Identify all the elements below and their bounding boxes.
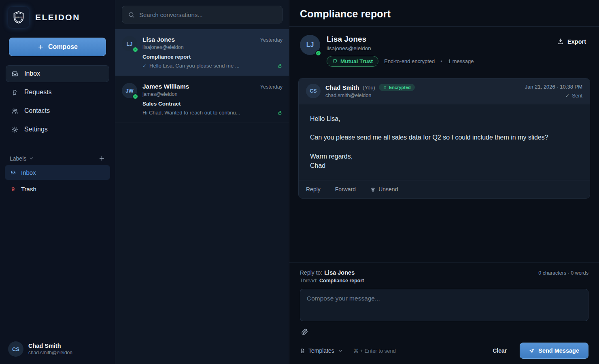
thread-line: Thread:Compliance report bbox=[300, 278, 364, 284]
avatar-initials: LJ bbox=[126, 41, 132, 47]
reply-to-line: Reply to:Lisa Jones bbox=[300, 269, 364, 276]
search-bar[interactable] bbox=[122, 6, 283, 23]
inbox-icon bbox=[11, 170, 16, 175]
labels-toggle[interactable]: Labels bbox=[10, 155, 34, 162]
send-message-button[interactable]: Send Message bbox=[520, 343, 588, 359]
export-button[interactable]: Export bbox=[554, 35, 588, 48]
clear-button[interactable]: Clear bbox=[486, 343, 513, 358]
conversation-item-james-williams[interactable]: JW ✓ James Williams Yesterday james@elei… bbox=[115, 76, 289, 123]
templates-button-label: Templates bbox=[308, 347, 334, 354]
reply-button[interactable]: Reply bbox=[306, 186, 321, 193]
conversation-preview: Hello Lisa, Can you please send me ... bbox=[149, 63, 274, 69]
attach-button[interactable] bbox=[300, 327, 309, 336]
conversation-item-lisa-jones[interactable]: LJ ✓ Lisa Jones Yesterday lisajones@elei… bbox=[115, 29, 289, 76]
thread-contact-header: LJ ✓ Lisa Jones lisajones@eleidon Mutual… bbox=[289, 27, 599, 72]
forward-button-label: Forward bbox=[335, 186, 356, 193]
plus-icon bbox=[37, 44, 44, 51]
templates-button[interactable]: Templates bbox=[300, 347, 343, 354]
verified-badge-icon: ✓ bbox=[132, 47, 138, 53]
label-item-trash[interactable]: Trash bbox=[5, 182, 110, 197]
sent-status-label: Sent bbox=[572, 93, 582, 99]
lock-icon bbox=[383, 85, 387, 89]
current-user-name: Chad Smith bbox=[28, 343, 72, 349]
lock-icon bbox=[277, 110, 283, 115]
label-item-text: Trash bbox=[21, 186, 36, 193]
read-check-icon: ✓ bbox=[142, 63, 147, 69]
sent-check-icon: ✓ bbox=[565, 93, 569, 99]
gear-icon bbox=[11, 126, 18, 133]
avatar: CS bbox=[8, 341, 23, 357]
encrypted-badge-label: Encrypted bbox=[389, 85, 411, 90]
avatar: LJ ✓ bbox=[122, 36, 137, 51]
sidebar-item-inbox[interactable]: Inbox bbox=[6, 65, 109, 82]
conversation-list: LJ ✓ Lisa Jones Yesterday lisajones@elei… bbox=[115, 0, 289, 364]
thread-header: Compliance report bbox=[289, 0, 599, 27]
search-input[interactable] bbox=[139, 11, 276, 18]
sender-email: chad.smith@eleidon bbox=[325, 93, 415, 98]
conversation-name: James Williams bbox=[142, 83, 189, 90]
message-count: 1 message bbox=[448, 58, 474, 64]
reply-composer: Reply to:Lisa Jones Thread:Compliance re… bbox=[289, 262, 599, 364]
brand-name: ELEIDON bbox=[35, 13, 80, 22]
avatar-initials: CS bbox=[310, 88, 316, 94]
contact-email: lisajones@eleidon bbox=[327, 45, 548, 51]
thread-name-value: Compliance report bbox=[319, 278, 364, 284]
avatar-initials: JW bbox=[125, 88, 134, 94]
chevron-down-icon bbox=[338, 348, 343, 353]
trash-icon bbox=[370, 187, 376, 192]
contact-name: Lisa Jones bbox=[327, 35, 548, 44]
sidebar-item-contacts[interactable]: Contacts bbox=[6, 102, 109, 119]
avatar-initials: CS bbox=[12, 346, 19, 352]
composer-toolbar: Templates ⌘ + Enter to send Clear Send M… bbox=[300, 343, 588, 359]
contacts-icon bbox=[11, 108, 18, 114]
clear-button-label: Clear bbox=[493, 347, 507, 354]
sender-name: Chad Smith bbox=[325, 84, 359, 91]
sidebar-item-label: Requests bbox=[24, 89, 52, 96]
labels-title-label: Labels bbox=[10, 155, 26, 162]
add-label-button[interactable] bbox=[98, 155, 105, 162]
unsend-button-label: Unsend bbox=[378, 186, 398, 193]
compose-button-label: Compose bbox=[48, 43, 78, 51]
verified-badge-icon: ✓ bbox=[315, 50, 321, 56]
shield-icon bbox=[332, 59, 338, 64]
sidebar-spacer bbox=[0, 197, 115, 334]
send-message-label: Send Message bbox=[538, 347, 579, 354]
thread-panel: Compliance report LJ ✓ Lisa Jones lisajo… bbox=[289, 0, 599, 364]
send-shortcut-hint: ⌘ + Enter to send bbox=[353, 348, 396, 354]
label-item-text: Inbox bbox=[21, 169, 36, 176]
inbox-icon bbox=[11, 70, 18, 77]
sidebar-item-label: Inbox bbox=[24, 70, 40, 77]
download-icon bbox=[557, 38, 564, 45]
labels-header: Labels bbox=[0, 155, 115, 164]
search-area bbox=[115, 0, 289, 29]
trash-icon bbox=[11, 186, 16, 192]
sidebar-item-label: Contacts bbox=[24, 107, 50, 114]
character-counter: 0 characters · 0 words bbox=[538, 269, 588, 276]
conversation-name: Lisa Jones bbox=[142, 36, 175, 43]
conversation-subject: Compliance report bbox=[142, 54, 283, 60]
conversation-time: Yesterday bbox=[260, 37, 283, 43]
unsend-button[interactable]: Unsend bbox=[370, 186, 398, 193]
message-status: ✓ Sent bbox=[525, 93, 582, 99]
conversation-time: Yesterday bbox=[260, 84, 283, 90]
conversation-preview: Hi Chad, Wanted to reach out to continu.… bbox=[142, 110, 274, 116]
reply-to-name: Lisa Jones bbox=[324, 269, 355, 276]
brand-header: ELEIDON ELEIDON bbox=[0, 0, 115, 34]
mutual-trust-badge: Mutual Trust bbox=[327, 56, 378, 67]
forward-button[interactable]: Forward bbox=[335, 186, 356, 193]
label-item-inbox[interactable]: Inbox bbox=[5, 165, 110, 180]
shield-logo-icon: ELEIDON bbox=[12, 11, 25, 24]
current-user-email: chad.smith@eleidon bbox=[28, 350, 72, 356]
document-icon bbox=[300, 348, 305, 353]
sidebar-item-label: Settings bbox=[24, 126, 48, 133]
sidebar-item-requests[interactable]: Requests bbox=[6, 84, 109, 101]
message-input[interactable] bbox=[300, 289, 588, 321]
conversation-subject: Sales Contract bbox=[142, 101, 283, 107]
sidebar-item-settings[interactable]: Settings bbox=[6, 121, 109, 138]
app-logo: ELEIDON bbox=[8, 7, 29, 28]
compose-button[interactable]: Compose bbox=[9, 38, 106, 56]
sidebar-nav: Inbox Requests Contacts Settings bbox=[0, 65, 115, 138]
message-body: Hello Lisa, Can you please send me all s… bbox=[299, 104, 590, 180]
current-user[interactable]: CS Chad Smith chad.smith@eleidon bbox=[0, 334, 115, 364]
conversation-email: james@eleidon bbox=[142, 91, 283, 97]
